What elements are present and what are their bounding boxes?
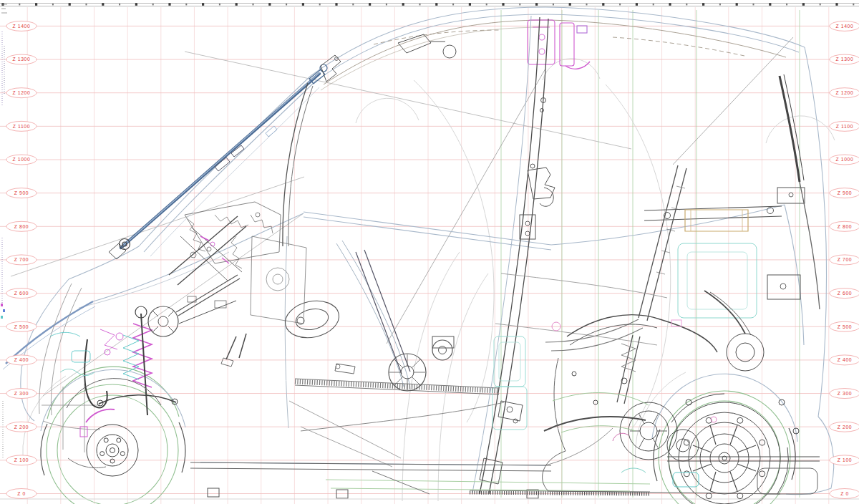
svg-text:Z 200: Z 200 — [838, 425, 852, 430]
z-grid-label: Z 400 — [6, 355, 37, 365]
bulkhead-teal-outlines — [492, 336, 527, 430]
z-grid-label: Z 0 — [830, 489, 859, 499]
z-grid-label: Z 0 — [6, 489, 37, 499]
svg-text:Z 1100: Z 1100 — [13, 124, 30, 129]
svg-text:Z 1300: Z 1300 — [13, 57, 31, 62]
svg-text:Z 0: Z 0 — [17, 491, 26, 496]
svg-text:Z 1300: Z 1300 — [836, 57, 854, 62]
z-grid-label: Z 600 — [830, 289, 859, 299]
svg-text:Z 200: Z 200 — [14, 425, 29, 430]
green-reference-lines — [501, 10, 800, 498]
z-grid-label: Z 800 — [6, 221, 37, 231]
z-grid-label: Z 1000 — [6, 155, 37, 165]
z-grid-label: Z 1300 — [830, 54, 859, 64]
svg-text:Z 400: Z 400 — [838, 357, 852, 362]
svg-text:Z 600: Z 600 — [838, 291, 852, 296]
z-grid-label: Z 200 — [6, 422, 37, 432]
door-group — [282, 83, 499, 467]
svg-text:Z 1400: Z 1400 — [836, 24, 854, 29]
z-grid-label: Z 900 — [830, 188, 859, 198]
svg-text:Z 1400: Z 1400 — [13, 24, 31, 29]
svg-text:Z 900: Z 900 — [838, 190, 852, 195]
vertical-grid — [27, 7, 829, 504]
svg-text:Z 900: Z 900 — [14, 190, 29, 195]
z-grid-label: Z 1200 — [6, 88, 37, 98]
z-grid-label: Z 200 — [830, 422, 859, 432]
z-grid-label: Z 300 — [830, 389, 859, 399]
svg-text:Z 1000: Z 1000 — [13, 157, 31, 162]
z-grid-label: Z 1400 — [6, 21, 37, 31]
svg-text:Z 1200: Z 1200 — [13, 90, 31, 95]
roof-header-detail — [398, 34, 456, 58]
z-grid-label: Z 100 — [830, 455, 859, 465]
horizontal-grid — [0, 26, 859, 493]
z-grid-label: Z 1200 — [830, 88, 859, 98]
svg-text:Z 1200: Z 1200 — [836, 90, 854, 95]
margin-annotations — [1, 4, 7, 458]
z-grid-label: Z 500 — [830, 321, 859, 331]
svg-text:Z 400: Z 400 — [14, 357, 29, 362]
z-grid-label: Z 900 — [6, 188, 37, 198]
svg-text:Z 500: Z 500 — [838, 324, 852, 329]
cad-canvas: Z 1400Z 1400Z 1300Z 1300Z 1200Z 1200Z 11… — [0, 0, 859, 504]
z-grid-label: Z 1100 — [830, 121, 859, 131]
svg-text:Z 800: Z 800 — [14, 224, 29, 229]
construction-arcs — [11, 52, 835, 501]
seat-group — [545, 37, 805, 351]
svg-text:Z 700: Z 700 — [838, 257, 852, 262]
z-grid-label: Z 800 — [830, 221, 859, 231]
roof-structure — [321, 20, 786, 90]
floor-group — [0, 402, 859, 499]
svg-text:Z 1000: Z 1000 — [836, 157, 854, 162]
svg-text:Z 500: Z 500 — [14, 324, 29, 329]
svg-text:Z 0: Z 0 — [840, 491, 849, 496]
z-grid-label: Z 300 — [6, 389, 37, 399]
svg-text:Z 100: Z 100 — [838, 457, 852, 462]
z-grid-label: Z 1100 — [6, 121, 37, 131]
svg-text:Z 300: Z 300 — [14, 391, 29, 396]
z-grid-label: Z 100 — [6, 455, 37, 465]
z-grid-label: Z 600 — [6, 289, 37, 299]
z-grid-label: Z 500 — [6, 321, 37, 331]
svg-text:Z 300: Z 300 — [838, 391, 852, 396]
top-ruler — [0, 3, 859, 6]
front-suspension-group — [97, 301, 236, 415]
z-grid-label: Z 700 — [830, 255, 859, 265]
z-grid-label: Z 700 — [6, 255, 37, 265]
cad-drawing: Z 1400Z 1400Z 1300Z 1300Z 1200Z 1200Z 11… — [0, 0, 859, 504]
z-grid-label: Z 400 — [830, 355, 859, 365]
svg-text:Z 700: Z 700 — [14, 257, 29, 262]
front-end-group — [39, 284, 123, 468]
svg-text:Z 1100: Z 1100 — [836, 124, 853, 129]
windshield-wiper — [109, 55, 341, 259]
z-grid-label: Z 1400 — [830, 21, 859, 31]
svg-text:Z 600: Z 600 — [14, 291, 29, 296]
svg-text:Z 100: Z 100 — [14, 457, 29, 462]
z-grid-label: Z 1000 — [830, 155, 859, 165]
z-grid-label: Z 1300 — [6, 54, 37, 64]
svg-text:Z 800: Z 800 — [838, 224, 852, 229]
b-pillar-group — [472, 16, 555, 494]
